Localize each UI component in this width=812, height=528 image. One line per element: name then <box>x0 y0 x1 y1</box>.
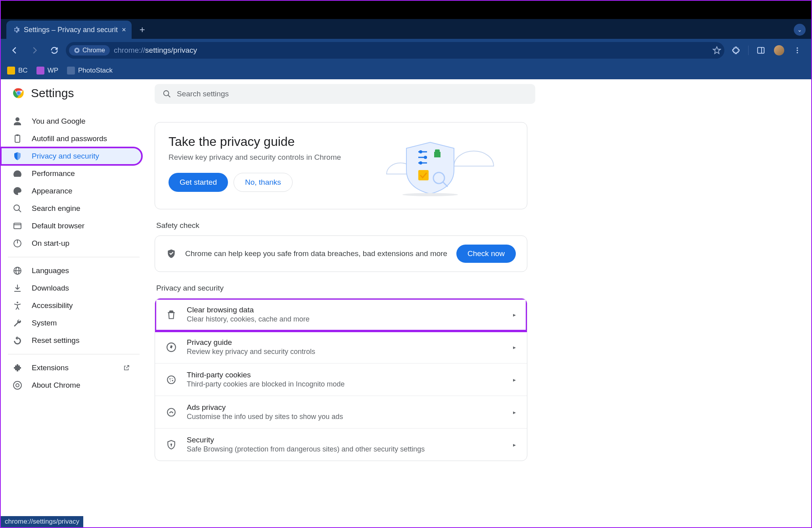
svg-point-5 <box>797 50 798 51</box>
sidebar-item-on-start-up[interactable]: On start-up <box>1 235 142 252</box>
back-button[interactable] <box>6 42 23 59</box>
svg-point-37 <box>419 161 422 165</box>
sidebar-item-you-and-google[interactable]: You and Google <box>1 113 142 130</box>
bookmark-star-icon[interactable] <box>712 46 721 55</box>
close-tab-icon[interactable]: × <box>122 26 126 34</box>
svg-line-17 <box>19 210 21 212</box>
extension-icon <box>13 363 22 373</box>
tabs-dropdown-button[interactable]: ⌄ <box>794 24 806 36</box>
privacy-list: Clear browsing dataClear history, cookie… <box>155 298 527 461</box>
svg-point-10 <box>17 92 20 95</box>
chrome-icon <box>74 47 80 54</box>
sidebar-item-about-chrome[interactable]: About Chrome <box>1 377 142 394</box>
svg-point-41 <box>402 193 458 196</box>
sidebar-item-languages[interactable]: Languages <box>1 262 142 279</box>
chevron-right-icon: ▸ <box>513 344 516 350</box>
status-bar: chrome://settings/privacy <box>1 516 83 527</box>
accessibility-icon <box>13 301 22 310</box>
svg-point-4 <box>797 48 798 49</box>
privacy-guide-subtitle: Review key privacy and security controls… <box>169 153 372 162</box>
search-placeholder: Search settings <box>177 90 229 98</box>
sidebar-item-accessibility[interactable]: Accessibility <box>1 297 142 314</box>
reload-button[interactable] <box>46 42 63 59</box>
sidebar-item-downloads[interactable]: Downloads <box>1 279 142 297</box>
url-text: chrome://settings/privacy <box>114 46 197 55</box>
svg-point-13 <box>15 190 16 191</box>
safety-check-card: Chrome can help keep you safe from data … <box>155 235 527 272</box>
person-icon <box>13 117 22 126</box>
shield-check-icon <box>166 249 176 259</box>
search-input[interactable]: Search settings <box>155 84 535 104</box>
chevron-right-icon: ▸ <box>513 409 516 415</box>
sidebar-item-autofill-and-passwords[interactable]: Autofill and passwords <box>1 130 142 147</box>
clipboard-icon <box>13 134 22 143</box>
bookmarks-bar: BC WP PhotoStack <box>1 62 811 79</box>
sidebar-item-default-browser[interactable]: Default browser <box>1 217 142 235</box>
bookmark-photostack[interactable]: PhotoStack <box>67 67 113 75</box>
cookie-icon <box>166 375 176 385</box>
sidebar-item-search-engine[interactable]: Search engine <box>1 200 142 217</box>
bookmark-wp[interactable]: WP <box>36 67 58 75</box>
row-security[interactable]: SecuritySafe Browsing (protection from d… <box>155 429 527 461</box>
address-bar[interactable]: Chrome chrome://settings/privacy <box>66 42 724 59</box>
svg-rect-18 <box>14 223 21 229</box>
chrome-chip: Chrome <box>69 45 110 55</box>
bookmark-icon <box>36 67 44 75</box>
tab-title: Settings – Privacy and securit <box>24 26 118 34</box>
sidebar-item-extensions[interactable]: Extensions <box>1 359 142 377</box>
svg-line-29 <box>168 95 170 98</box>
svg-point-6 <box>797 52 798 53</box>
trash-icon <box>166 310 176 320</box>
compass-icon <box>166 342 176 352</box>
sidebar-item-system[interactable]: System <box>1 314 142 332</box>
forward-button[interactable] <box>26 42 43 59</box>
row-clear-browsing-data[interactable]: Clear browsing dataClear history, cookie… <box>155 298 527 331</box>
svg-point-1 <box>76 49 78 51</box>
svg-rect-31 <box>434 152 440 157</box>
palette-icon <box>13 186 22 196</box>
svg-point-26 <box>13 381 21 389</box>
svg-rect-38 <box>418 170 429 180</box>
bookmark-bc[interactable]: BC <box>7 67 28 75</box>
svg-rect-12 <box>16 134 19 136</box>
row-privacy-guide[interactable]: Privacy guideReview key privacy and secu… <box>155 331 527 363</box>
check-now-button[interactable]: Check now <box>456 245 516 263</box>
svg-point-43 <box>167 376 175 384</box>
external-link-icon <box>123 364 130 371</box>
row-ads-privacy[interactable]: Ads privacyCustomise the info used by si… <box>155 396 527 429</box>
shield-icon <box>13 151 22 161</box>
no-thanks-button[interactable]: No, thanks <box>234 173 293 192</box>
svg-point-49 <box>170 443 172 445</box>
wrench-icon <box>13 318 22 328</box>
row-third-party-cookies[interactable]: Third-party cookiesThird-party cookies a… <box>155 363 527 396</box>
new-tab-button[interactable]: + <box>135 22 150 37</box>
safety-check-text: Chrome can help keep you safe from data … <box>185 249 448 258</box>
sidepanel-button[interactable] <box>753 42 769 59</box>
window-titlebar <box>1 1 811 19</box>
profile-button[interactable] <box>771 42 787 59</box>
sidebar-item-reset-settings[interactable]: Reset settings <box>1 332 142 349</box>
sidebar-item-privacy-and-security[interactable]: Privacy and security <box>1 147 142 165</box>
get-started-button[interactable]: Get started <box>169 173 228 192</box>
sidebar-item-performance[interactable]: Performance <box>1 165 142 182</box>
privacy-section-label: Privacy and security <box>155 284 545 293</box>
sidebar-item-appearance[interactable]: Appearance <box>1 182 142 200</box>
search-icon <box>163 90 171 98</box>
svg-point-15 <box>18 189 19 190</box>
ads-icon <box>166 407 176 417</box>
svg-point-28 <box>164 91 169 96</box>
chevron-right-icon: ▸ <box>513 377 516 383</box>
svg-point-16 <box>14 205 19 210</box>
sidebar-header: Settings <box>1 86 151 105</box>
globe-icon <box>13 266 22 275</box>
chevron-right-icon: ▸ <box>513 442 516 448</box>
extensions-button[interactable] <box>728 42 744 59</box>
restore-icon <box>13 336 22 345</box>
privacy-guide-card: Take the privacy guide Review key privac… <box>155 122 527 209</box>
svg-point-47 <box>170 381 171 381</box>
chevron-right-icon: ▸ <box>513 312 516 318</box>
menu-button[interactable] <box>789 42 806 59</box>
browser-tab-settings[interactable]: Settings – Privacy and securit × <box>6 21 132 39</box>
window-icon <box>13 221 22 231</box>
svg-point-35 <box>424 156 427 159</box>
